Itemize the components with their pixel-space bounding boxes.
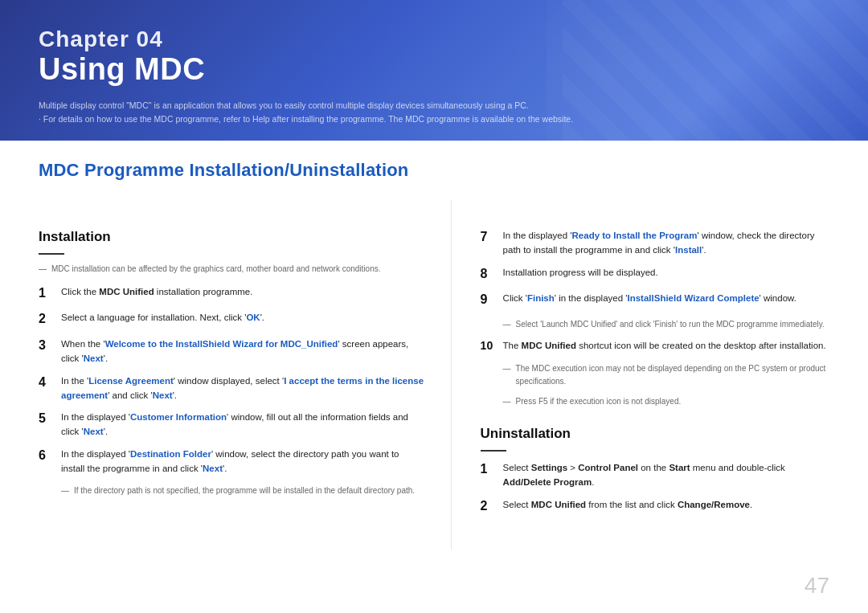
- uninstallation-section: Uninstallation 1 Select Settings > Contr…: [481, 426, 829, 516]
- step-2-text: Select a language for installation. Next…: [61, 311, 425, 325]
- step-10-note-2: Press F5 if the execution icon is not di…: [503, 395, 829, 408]
- section-title-row: MDC Programme Installation/Uninstallatio…: [0, 141, 868, 200]
- step-5-text: In the displayed 'Customer Information' …: [61, 411, 425, 439]
- step-7: 7 In the displayed 'Ready to Install the…: [481, 229, 829, 258]
- step-5: 5 In the displayed 'Customer Information…: [39, 411, 425, 439]
- uninstall-settings: Settings: [531, 463, 567, 472]
- step-9-note: Select 'Launch MDC Unified' and click 'F…: [503, 318, 829, 331]
- step-1-number: 1: [39, 284, 61, 304]
- uninstall-divider: [481, 450, 506, 452]
- uninstall-add-delete: Add/Delete Program: [503, 477, 592, 487]
- uninstall-step-1: 1 Select Settings > Control Panel on the…: [481, 461, 829, 490]
- uninstall-step-2: 2 Select MDC Unified from the list and c…: [481, 498, 829, 517]
- step-7-number: 7: [481, 227, 503, 247]
- uninstall-control-panel: Control Panel: [578, 463, 638, 472]
- step-7-text: In the displayed 'Ready to Install the P…: [503, 229, 829, 258]
- uninstall-step-1-text: Select Settings > Control Panel on the S…: [503, 461, 829, 490]
- step-10-bold: MDC Unified: [522, 341, 576, 350]
- step-3-text: When the 'Welcome to the InstallShield W…: [61, 337, 425, 366]
- step-10: 10 The MDC Unified shortcut icon will be…: [481, 339, 829, 355]
- right-column: 7 In the displayed 'Ready to Install the…: [452, 200, 868, 550]
- left-column: Installation MDC installation can be aff…: [0, 200, 452, 550]
- step-9: 9 Click 'Finish' in the displayed 'Insta…: [481, 292, 829, 310]
- chapter-title: Using MDC: [39, 53, 829, 87]
- page-number: 47: [805, 573, 829, 599]
- chapter-label: Chapter 04: [39, 26, 829, 53]
- step-2-number: 2: [39, 309, 61, 329]
- uninstall-change-remove: Change/Remove: [678, 500, 750, 509]
- step-10-note-1: The MDC execution icon may not be displa…: [503, 362, 829, 387]
- step-2: 2 Select a language for installation. Ne…: [39, 311, 425, 329]
- step-4-number: 4: [39, 373, 61, 393]
- step-9-number: 9: [481, 290, 503, 310]
- step-3-q2: Next: [84, 353, 104, 363]
- step-6-text: In the displayed 'Destination Folder' wi…: [61, 447, 425, 476]
- uninstall-start: Start: [669, 463, 690, 472]
- step-9-text: Click 'Finish' in the displayed 'Install…: [503, 292, 829, 306]
- step-9-q2: InstallShield Wizard Complete: [627, 293, 759, 303]
- installation-note: MDC installation can be affected by the …: [39, 263, 425, 276]
- step-6-q1: Destination Folder: [130, 449, 211, 459]
- step-4-q3: Next: [153, 390, 173, 400]
- installation-heading: Installation: [39, 229, 425, 245]
- step-1: 1 Click the MDC Unified installation pro…: [39, 285, 425, 304]
- step-6-number: 6: [39, 446, 61, 466]
- step-5-q2: Next: [84, 427, 104, 436]
- step-3-q1: Welcome to the InstallShield Wizard for …: [105, 339, 338, 349]
- uninstall-step-2-text: Select MDC Unified from the list and cli…: [503, 498, 829, 513]
- step-8-text: Installation progress will be displayed.: [503, 266, 829, 280]
- step-6-q2: Next: [203, 464, 223, 473]
- uninstall-step-1-number: 1: [481, 460, 503, 480]
- section-heading: MDC Programme Installation/Uninstallatio…: [39, 160, 829, 181]
- header-desc-line2: · For details on how to use the MDC prog…: [39, 114, 573, 124]
- step-10-number: 10: [481, 337, 503, 355]
- header-banner: Chapter 04 Using MDC Multiple display co…: [0, 0, 868, 141]
- content-columns: Installation MDC installation can be aff…: [0, 200, 868, 550]
- step-1-bold: MDC Unified: [99, 287, 154, 296]
- step-9-q1: Finish: [527, 293, 555, 303]
- uninstallation-heading: Uninstallation: [481, 426, 829, 442]
- step-4: 4 In the 'License Agreement' window disp…: [39, 374, 425, 403]
- step-5-number: 5: [39, 409, 61, 429]
- step-3-number: 3: [39, 336, 61, 356]
- uninstall-mdc-unified: MDC Unified: [531, 500, 586, 509]
- step-2-ok: OK: [246, 313, 260, 322]
- header-desc-line1: Multiple display control "MDC" is an app…: [39, 100, 529, 110]
- step-5-q1: Customer Information: [130, 412, 227, 422]
- step-6-note: If the directory path is not specified, …: [61, 484, 425, 497]
- step-8-number: 8: [481, 264, 503, 284]
- divider: [39, 253, 64, 255]
- step-4-q1: License Agreement: [88, 376, 174, 386]
- step-4-text: In the 'License Agreement' window displa…: [61, 374, 425, 403]
- step-6: 6 In the displayed 'Destination Folder' …: [39, 447, 425, 476]
- step-7-q2: Install: [675, 245, 702, 255]
- step-3: 3 When the 'Welcome to the InstallShield…: [39, 337, 425, 366]
- step-8: 8 Installation progress will be displaye…: [481, 266, 829, 284]
- step-10-text: The MDC Unified shortcut icon will be cr…: [503, 339, 829, 353]
- hex-decoration: [547, 0, 868, 141]
- header-description: Multiple display control "MDC" is an app…: [39, 99, 707, 126]
- step-1-text: Click the MDC Unified installation progr…: [61, 285, 425, 300]
- uninstall-step-2-number: 2: [481, 497, 503, 517]
- step-7-q1: Ready to Install the Program: [572, 231, 698, 240]
